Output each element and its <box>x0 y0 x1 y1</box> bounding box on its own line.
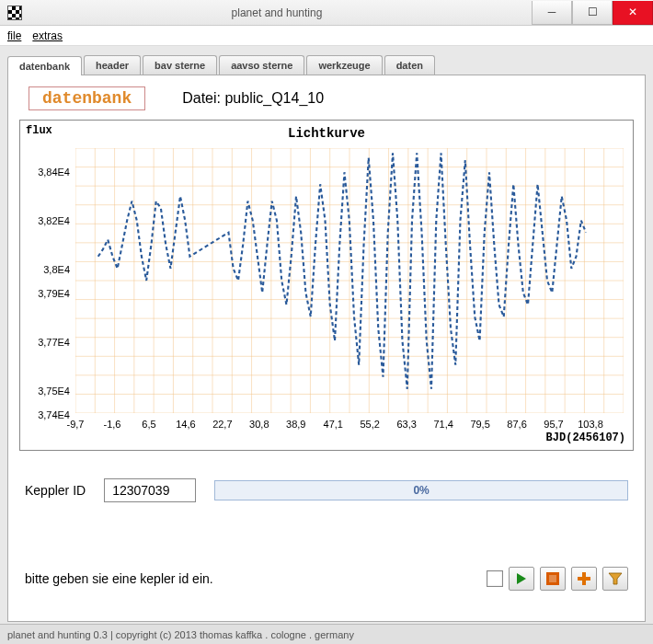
y-tick: 3,8E4 <box>26 264 70 275</box>
svg-marker-49 <box>609 573 622 584</box>
y-tick: 3,79E4 <box>26 288 70 299</box>
menu-file[interactable]: file <box>7 29 21 42</box>
x-tick: 71,4 <box>433 419 453 430</box>
tab-daten[interactable]: daten <box>384 55 435 75</box>
kepler-row: Keppler ID 0% <box>19 478 634 502</box>
maximize-button[interactable]: ☐ <box>572 1 613 25</box>
statusbar-text: planet and hunting 0.3 | copyright (c) 2… <box>7 629 354 640</box>
play-icon <box>515 572 528 585</box>
x-tick: 30,8 <box>249 419 269 430</box>
app-icon <box>7 6 22 20</box>
tab-header[interactable]: header <box>84 55 141 75</box>
x-tick: 22,7 <box>212 419 232 430</box>
lightcurve-chart: flux Lichtkurve BJD(2456107) 3,84E43,82E… <box>19 120 634 451</box>
window-buttons: ─ ☐ ✕ <box>532 1 653 25</box>
play-button[interactable] <box>509 567 534 591</box>
chart-title: Lichtkurve <box>288 126 365 141</box>
menubar: file extras <box>0 26 653 46</box>
kepler-id-input[interactable] <box>104 478 196 502</box>
action-buttons <box>487 567 628 591</box>
workarea: datenbank header bav sterne aavso sterne… <box>0 46 653 624</box>
x-tick: 79,5 <box>470 419 489 430</box>
chart-ylabel: flux <box>26 124 52 137</box>
y-tick: 3,75E4 <box>26 385 70 397</box>
x-tick: 47,1 <box>324 419 343 430</box>
funnel-icon <box>608 571 623 586</box>
y-tick: 3,84E4 <box>26 167 70 178</box>
x-tick: -1,6 <box>103 419 120 430</box>
x-tick: 63,3 <box>396 419 416 430</box>
panel-header: datenbank Datei: public_Q14_10 <box>19 86 634 120</box>
tab-datenbank[interactable]: datenbank <box>7 56 82 75</box>
checkbox-toggle[interactable] <box>487 570 503 587</box>
svg-marker-44 <box>517 573 526 584</box>
kepler-label: Keppler ID <box>25 483 86 498</box>
x-tick: 14,6 <box>176 419 195 430</box>
y-tick: 3,74E4 <box>26 409 70 420</box>
y-tick: 3,82E4 <box>26 215 70 226</box>
tab-werkzeuge[interactable]: werkzeuge <box>306 55 382 75</box>
bottom-row: bitte geben sie eine kepler id ein. <box>19 567 634 591</box>
x-tick: 103,8 <box>578 419 603 430</box>
x-tick: -9,7 <box>67 419 85 430</box>
filter-button[interactable] <box>602 567 628 591</box>
plot-area <box>75 148 624 413</box>
hint-text: bitte geben sie eine kepler id ein. <box>25 571 487 586</box>
progress-bar: 0% <box>214 480 628 500</box>
stop-icon <box>544 570 561 587</box>
x-tick: 87,6 <box>507 419 526 430</box>
menu-extras[interactable]: extras <box>32 29 63 42</box>
flux-series <box>98 153 586 389</box>
window-title: planet and hunting <box>22 6 532 19</box>
chart-xlabel: BJD(2456107) <box>546 431 625 444</box>
x-tick: 95,7 <box>544 419 563 430</box>
close-button[interactable]: ✕ <box>613 1 653 25</box>
stop-button[interactable] <box>540 567 566 591</box>
y-tick: 3,77E4 <box>26 337 70 348</box>
datenbank-badge: datenbank <box>29 86 145 110</box>
svg-rect-48 <box>578 577 590 581</box>
add-marker-button[interactable] <box>571 567 597 591</box>
tabpanel-datenbank: datenbank Datei: public_Q14_10 flux Lich… <box>7 75 646 622</box>
svg-rect-46 <box>549 575 556 582</box>
tabstrip: datenbank header bav sterne aavso sterne… <box>7 55 646 75</box>
x-tick: 6,5 <box>142 419 155 430</box>
statusbar: planet and hunting 0.3 | copyright (c) 2… <box>0 624 653 644</box>
progress-text: 0% <box>413 484 429 497</box>
tab-bav-sterne[interactable]: bav sterne <box>143 55 217 75</box>
plus-pin-icon <box>577 571 591 586</box>
datei-label: Datei: public_Q14_10 <box>182 90 324 107</box>
x-tick: 55,2 <box>360 419 379 430</box>
x-tick: 38,9 <box>286 419 305 430</box>
minimize-button[interactable]: ─ <box>532 1 572 25</box>
chart-svg <box>75 148 624 413</box>
titlebar: planet and hunting ─ ☐ ✕ <box>0 0 653 26</box>
tab-aavso-sterne[interactable]: aavso sterne <box>219 55 304 75</box>
